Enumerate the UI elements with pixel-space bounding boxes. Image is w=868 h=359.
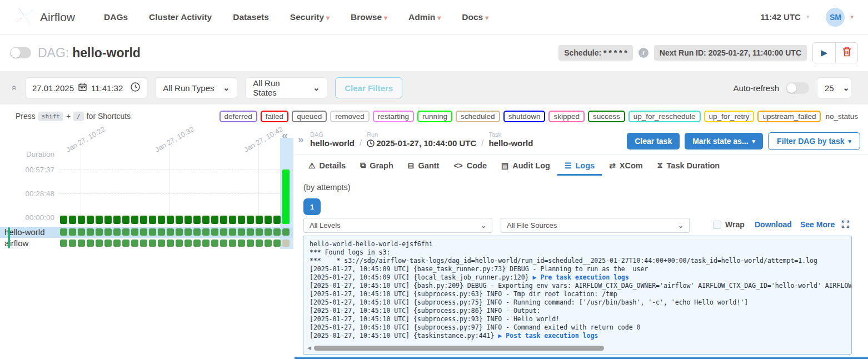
breadcrumb-run[interactable]: Run 2025-01-27, 10:44:00 UTC bbox=[367, 131, 476, 148]
task-instance-square[interactable] bbox=[273, 240, 281, 247]
run-duration-bar[interactable] bbox=[167, 216, 174, 224]
run-duration-bar[interactable] bbox=[140, 216, 147, 224]
nav-item-admin[interactable]: Admin▾ bbox=[408, 12, 441, 22]
state-badge-up-for-retry[interactable]: up_for_retry bbox=[704, 111, 755, 122]
task-instance-square[interactable] bbox=[78, 240, 85, 247]
task-instance-square[interactable] bbox=[96, 240, 103, 247]
task-instance-square[interactable] bbox=[69, 240, 76, 247]
run-duration-bar[interactable] bbox=[211, 216, 218, 224]
task-instance-square[interactable] bbox=[104, 228, 112, 236]
scrollbar-thumb[interactable] bbox=[314, 346, 604, 351]
task-instance-square[interactable] bbox=[265, 240, 272, 247]
run-duration-bar[interactable] bbox=[238, 216, 245, 224]
nav-item-cluster-activity[interactable]: Cluster Activity bbox=[149, 12, 212, 22]
nav-item-datasets[interactable]: Datasets bbox=[233, 12, 269, 22]
run-states-select[interactable]: All Run States ⌄ bbox=[245, 77, 327, 98]
task-instance-square[interactable] bbox=[167, 228, 174, 236]
tab-code[interactable]: <>Code bbox=[446, 156, 494, 176]
task-instance-square[interactable] bbox=[131, 228, 138, 236]
task-instance-square[interactable] bbox=[113, 228, 121, 236]
tab-graph[interactable]: ⧉Graph bbox=[353, 156, 401, 176]
state-badge-success[interactable]: success bbox=[588, 111, 625, 122]
dag-pause-toggle[interactable] bbox=[10, 47, 31, 58]
collapse-filters-icon[interactable]: « bbox=[9, 86, 19, 91]
nav-item-dags[interactable]: DAGs bbox=[104, 12, 128, 22]
log-horizontal-scrollbar[interactable]: ◀ bbox=[303, 342, 851, 354]
wrap-checkbox-group[interactable]: Wrap bbox=[713, 220, 745, 229]
task-instance-square[interactable] bbox=[247, 228, 254, 236]
tab-details[interactable]: ⚠Details bbox=[301, 156, 353, 176]
breadcrumb-task[interactable]: Task hello-world bbox=[488, 131, 533, 148]
task-instance-square[interactable] bbox=[60, 240, 67, 247]
task-instance-square[interactable] bbox=[87, 240, 94, 247]
task-instance-square[interactable] bbox=[273, 228, 281, 236]
run-types-select[interactable]: All Run Types ⌄ bbox=[155, 77, 237, 98]
task-instance-square[interactable] bbox=[265, 228, 272, 236]
auto-refresh-toggle[interactable] bbox=[786, 82, 809, 94]
task-instance-square[interactable] bbox=[140, 240, 147, 247]
run-duration-bar[interactable] bbox=[256, 216, 263, 224]
run-duration-bar[interactable] bbox=[282, 169, 290, 224]
task-instance-square[interactable] bbox=[193, 228, 201, 236]
state-badge-skipped[interactable]: skipped bbox=[548, 111, 585, 122]
tab-task-duration[interactable]: ⧖Task Duration bbox=[650, 156, 727, 176]
clear-task-button[interactable]: Clear task bbox=[627, 133, 680, 149]
task-instance-square[interactable] bbox=[256, 240, 263, 247]
task-instance-square[interactable] bbox=[78, 228, 85, 236]
task-instance-square[interactable] bbox=[87, 228, 94, 236]
run-duration-bar[interactable] bbox=[202, 216, 209, 224]
state-badge-scheduled[interactable]: scheduled bbox=[456, 111, 500, 122]
task-instance-square[interactable] bbox=[122, 240, 129, 247]
expand-panel-icon[interactable]: » bbox=[298, 133, 304, 146]
run-duration-bar[interactable] bbox=[265, 216, 272, 224]
run-duration-bar[interactable] bbox=[273, 216, 281, 224]
log-levels-select[interactable]: All Levels ⌄ bbox=[303, 218, 492, 233]
scroll-left-icon[interactable]: ◀ bbox=[307, 345, 311, 351]
task-instance-square[interactable] bbox=[282, 240, 290, 247]
task-instance-square[interactable] bbox=[247, 240, 254, 247]
task-instance-square[interactable] bbox=[229, 228, 236, 236]
grid-row-airflow[interactable]: airflow bbox=[0, 238, 293, 249]
task-instance-square[interactable] bbox=[238, 240, 245, 247]
info-icon[interactable]: i bbox=[638, 48, 648, 58]
state-badge-no-status[interactable]: no_status bbox=[824, 112, 859, 121]
task-instance-square[interactable] bbox=[202, 240, 209, 247]
task-instance-square[interactable] bbox=[256, 228, 263, 236]
run-duration-bar[interactable] bbox=[131, 216, 138, 224]
utc-clock[interactable]: 11:42 UTC bbox=[760, 12, 801, 22]
brand[interactable]: Airflow bbox=[13, 5, 75, 29]
run-duration-bar[interactable] bbox=[104, 216, 112, 224]
run-duration-bar[interactable] bbox=[149, 216, 156, 224]
nav-item-security[interactable]: Security▾ bbox=[290, 12, 330, 22]
run-duration-bar[interactable] bbox=[78, 216, 85, 224]
run-duration-bar[interactable] bbox=[113, 216, 121, 224]
run-duration-bar[interactable] bbox=[176, 216, 183, 224]
task-instance-square[interactable] bbox=[149, 240, 156, 247]
page-size-select[interactable]: 25 ⌄ bbox=[817, 77, 851, 98]
state-badge-failed[interactable]: failed bbox=[261, 111, 288, 122]
task-instance-square[interactable] bbox=[149, 228, 156, 236]
run-duration-bar[interactable] bbox=[193, 216, 201, 224]
task-instance-square[interactable] bbox=[140, 228, 147, 236]
file-sources-select[interactable]: All File Sources ⌄ bbox=[501, 218, 690, 233]
task-instance-square[interactable] bbox=[220, 228, 227, 236]
state-badge-removed[interactable]: removed bbox=[330, 111, 370, 122]
task-instance-square[interactable] bbox=[184, 228, 192, 236]
base-date-input[interactable]: 27.01.2025 11:41:32 bbox=[25, 77, 147, 98]
chevron-down-icon[interactable]: ▾ bbox=[850, 13, 854, 21]
run-duration-bar[interactable] bbox=[96, 216, 103, 224]
run-duration-bar[interactable] bbox=[158, 216, 165, 224]
tab-logs[interactable]: ☰Logs bbox=[557, 156, 602, 176]
nav-item-docs[interactable]: Docs▾ bbox=[462, 12, 488, 22]
wrap-checkbox[interactable] bbox=[713, 221, 721, 229]
trigger-dag-button[interactable]: ▶ bbox=[813, 43, 835, 63]
state-badge-restarting[interactable]: restarting bbox=[373, 111, 414, 122]
run-duration-bar[interactable] bbox=[69, 216, 76, 224]
task-instance-square[interactable] bbox=[220, 240, 227, 247]
task-instance-square[interactable] bbox=[184, 240, 192, 247]
delete-dag-button[interactable] bbox=[835, 43, 857, 63]
state-badge-queued[interactable]: queued bbox=[292, 111, 327, 122]
task-instance-square[interactable] bbox=[167, 240, 174, 247]
task-instance-square[interactable] bbox=[193, 240, 201, 247]
task-instance-square[interactable] bbox=[158, 240, 165, 247]
